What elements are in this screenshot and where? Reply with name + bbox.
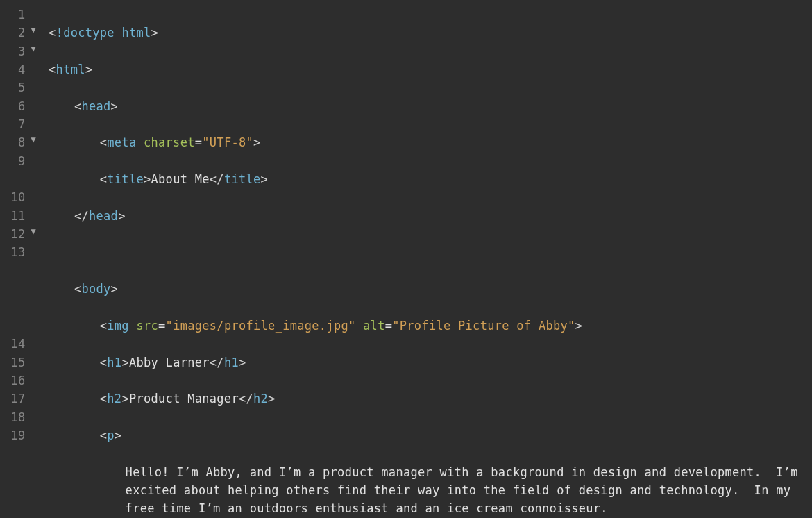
line-number: 10 — [10, 188, 26, 206]
line-number: 1 — [10, 6, 26, 24]
line-number: 4 — [10, 60, 26, 78]
line-number: 19 — [10, 426, 26, 444]
line-number: 18 — [10, 408, 26, 426]
fold-icon[interactable]: ▼ — [30, 42, 38, 56]
line-number: 9 — [10, 152, 26, 170]
line-number: 7 — [10, 115, 26, 133]
code-line[interactable]: <body> — [49, 280, 802, 298]
code-line[interactable]: <!doctype html> — [49, 24, 802, 42]
line-number: 16 — [10, 371, 26, 390]
line-number: 3 — [10, 42, 26, 60]
code-line[interactable] — [49, 243, 802, 261]
code-line[interactable]: Hello! I’m Abby, and I’m a product manag… — [49, 463, 802, 518]
line-number: 2 — [10, 24, 26, 42]
line-number: 5 — [10, 78, 26, 97]
code-line[interactable]: <p> — [49, 426, 802, 444]
line-number: 8 — [10, 133, 26, 151]
line-number: 11 — [10, 207, 26, 225]
line-number: 12 — [10, 225, 26, 243]
line-number: 14 — [10, 335, 26, 353]
line-number: 17 — [10, 390, 26, 408]
code-editor-content[interactable]: <!doctype html> <html> <head> <meta char… — [42, 0, 812, 518]
code-line[interactable]: <img src="images/profile_image.jpg" alt=… — [49, 317, 802, 335]
line-number: 15 — [10, 353, 26, 371]
line-number: 13 — [10, 243, 26, 261]
code-line[interactable]: </head> — [49, 207, 802, 225]
fold-icon[interactable]: ▼ — [30, 225, 38, 238]
fold-icon[interactable]: ▼ — [30, 133, 38, 147]
fold-icon[interactable]: ▼ — [30, 24, 38, 37]
code-line[interactable]: <html> — [49, 60, 802, 78]
line-number: 6 — [10, 97, 26, 115]
code-line[interactable]: <head> — [49, 97, 802, 115]
code-line[interactable]: <meta charset="UTF-8"> — [49, 133, 802, 151]
code-line[interactable]: <h1>Abby Larner</h1> — [49, 353, 802, 371]
code-line[interactable]: <title>About Me</title> — [49, 170, 802, 188]
line-number-gutter: 1 2▼ 3▼ 4 5 6 7 8▼ 9 10 11 12▼ 13 14 15 … — [0, 0, 42, 450]
code-line[interactable]: <h2>Product Manager</h2> — [49, 390, 802, 408]
